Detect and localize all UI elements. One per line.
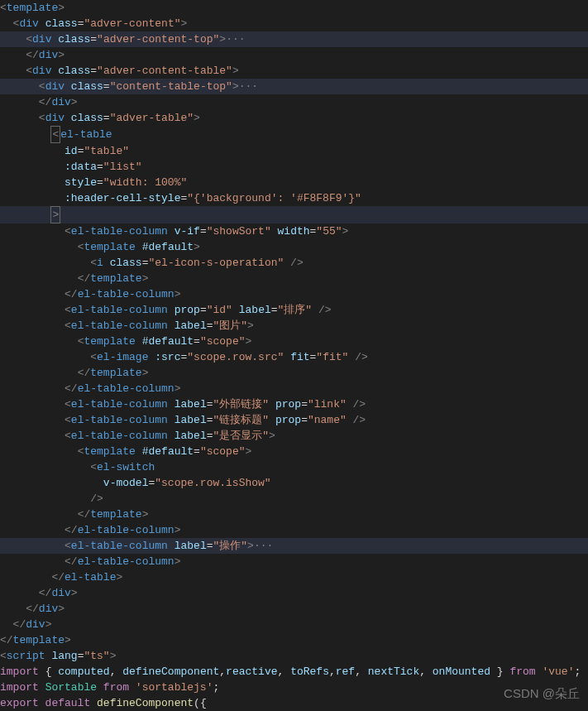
code-line[interactable]: <el-table — [0, 126, 588, 143]
code-line[interactable]: <el-table-column label="链接标题" prop="name… — [0, 412, 588, 428]
code-line[interactable]: id="table" — [0, 143, 588, 159]
code-line[interactable]: :header-cell-style="{'background': '#F8F… — [0, 190, 588, 206]
code-line[interactable]: <el-image :src="scope.row.src" fit="fit"… — [0, 349, 588, 365]
tag-name: template — [7, 2, 58, 14]
fold-indicator[interactable]: ··· — [239, 80, 258, 93]
fold-indicator[interactable]: ··· — [226, 33, 245, 46]
bracket-open: < — [0, 2, 7, 14]
code-line[interactable]: </template> — [0, 271, 588, 286]
code-line[interactable]: </div> — [0, 94, 588, 110]
code-line[interactable]: </el-table-column> — [0, 381, 588, 396]
code-line[interactable]: <el-table-column label="是否显示"> — [0, 428, 588, 444]
code-line[interactable]: <el-table-column prop="id" label="排序" /> — [0, 302, 588, 318]
code-line[interactable]: v-model="scope.row.isShow" — [0, 475, 588, 491]
code-line[interactable]: <template> — [0, 0, 588, 16]
code-line[interactable]: <el-table-column label="图片"> — [0, 318, 588, 334]
code-line[interactable]: <div class="adver-table"> — [0, 110, 588, 126]
code-line[interactable]: import { computed, defineComponent,react… — [0, 664, 588, 680]
code-line[interactable]: /> — [0, 491, 588, 507]
code-line[interactable]: <div class="adver-content-table"> — [0, 63, 588, 79]
fold-indicator[interactable]: ··· — [254, 540, 273, 552]
code-line[interactable]: </template> — [0, 365, 588, 381]
code-line[interactable]: </div> — [0, 47, 588, 63]
code-line[interactable]: </el-table-column> — [0, 554, 588, 569]
code-line[interactable]: <el-switch — [0, 459, 588, 475]
code-line-folded[interactable]: <div class="content-table-top">··· — [0, 79, 588, 94]
code-line[interactable]: <el-table-column v-if="showSort" width="… — [0, 223, 588, 239]
code-line[interactable]: </div> — [0, 617, 588, 632]
code-line-folded[interactable]: <el-table-column label="操作">··· — [0, 538, 588, 554]
code-line[interactable]: </div> — [0, 585, 588, 601]
code-line[interactable]: </el-table-column> — [0, 286, 588, 302]
code-line[interactable]: </template> — [0, 507, 588, 522]
code-line-current[interactable]: > — [0, 206, 588, 223]
cursor-bracket: > — [50, 206, 60, 223]
code-line[interactable]: style="width: 100%" — [0, 175, 588, 190]
code-line[interactable]: import Sortable from 'sortablejs'; — [0, 680, 588, 695]
code-line[interactable]: :data="list" — [0, 159, 588, 175]
code-line[interactable]: <script lang="ts"> — [0, 648, 588, 664]
code-line[interactable]: export default defineComponent({ — [0, 695, 588, 711]
code-line[interactable]: <i class="el-icon-s-operation" /> — [0, 255, 588, 271]
code-line[interactable]: <template #default="scope"> — [0, 334, 588, 349]
code-editor[interactable]: <template> <div class="adver-content"> <… — [0, 0, 588, 711]
code-line[interactable]: <el-table-column label="外部链接" prop="link… — [0, 396, 588, 412]
code-line[interactable]: <template #default="scope"> — [0, 444, 588, 459]
code-line[interactable]: <template #default> — [0, 239, 588, 255]
code-line[interactable]: </el-table> — [0, 569, 588, 585]
cursor-bracket: < — [50, 126, 60, 143]
code-line-folded[interactable]: <div class="adver-content-top">··· — [0, 31, 588, 47]
code-line[interactable]: </el-table-column> — [0, 522, 588, 538]
code-line[interactable]: </div> — [0, 601, 588, 617]
code-line[interactable]: <div class="adver-content"> — [0, 16, 588, 31]
code-line[interactable]: </template> — [0, 632, 588, 648]
